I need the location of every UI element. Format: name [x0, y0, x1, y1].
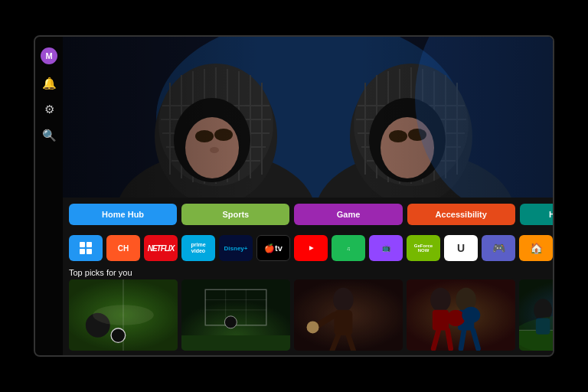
app-disney-plus[interactable]: Disney+ — [219, 235, 253, 261]
thumbnail-soccer-goal[interactable] — [181, 279, 290, 351]
svg-point-58 — [224, 316, 237, 328]
category-sports[interactable]: Sports — [181, 204, 289, 225]
sidebar: M 🔔 ⚙ 🔍 — [35, 37, 63, 355]
svg-rect-78 — [519, 279, 554, 351]
svg-rect-69 — [433, 310, 449, 331]
app-netflix[interactable]: NETFLIX — [144, 235, 178, 261]
top-picks-label: Top picks for you — [63, 265, 554, 279]
app-apple-tv[interactable]: 🍎tv — [256, 235, 290, 261]
svg-rect-79 — [519, 330, 554, 351]
app-twitch[interactable]: 📺 — [369, 235, 403, 261]
app-apps[interactable] — [69, 235, 103, 261]
svg-line-66 — [348, 335, 354, 351]
svg-point-50 — [111, 328, 126, 343]
svg-point-87 — [519, 315, 554, 351]
svg-rect-53 — [205, 289, 266, 325]
category-accessibility[interactable]: Accessibility — [407, 204, 515, 225]
category-home-office[interactable]: Home Office — [520, 204, 554, 225]
svg-line-77 — [473, 330, 479, 348]
thumbnail-handball[interactable] — [294, 279, 403, 351]
app-smart-home[interactable]: 🏠 — [519, 235, 553, 261]
svg-point-70 — [456, 288, 476, 312]
thumbnail-boxing[interactable] — [407, 279, 515, 351]
svg-line-75 — [448, 330, 451, 348]
thumbnails-row — [63, 279, 554, 355]
svg-point-68 — [430, 288, 451, 312]
hero-image — [63, 37, 554, 198]
svg-point-51 — [93, 305, 154, 325]
svg-point-73 — [462, 307, 480, 323]
app-u[interactable]: U — [444, 235, 478, 261]
app-geforce-now[interactable]: GeForceNOW — [407, 235, 440, 261]
bell-icon[interactable]: 🔔 — [42, 77, 57, 90]
app-prime-video[interactable]: primevideo — [181, 235, 215, 261]
apps-row: CH NETFLIX primevideo Disney+ 🍎tv ▶ ♫ 📺 … — [63, 231, 554, 265]
svg-line-63 — [318, 315, 334, 325]
svg-line-65 — [332, 335, 338, 351]
category-game[interactable]: Game — [294, 204, 402, 225]
svg-rect-82 — [536, 318, 550, 334]
avatar[interactable]: M — [41, 47, 57, 64]
thumbnail-soccer-kick[interactable] — [69, 279, 178, 351]
svg-line-76 — [461, 330, 464, 348]
hero-background — [63, 37, 554, 198]
svg-point-72 — [446, 310, 465, 326]
category-home-hub[interactable]: Home Hub — [69, 204, 177, 225]
svg-rect-46 — [63, 37, 554, 198]
svg-point-49 — [86, 313, 110, 338]
svg-line-74 — [433, 330, 439, 348]
svg-point-64 — [307, 321, 319, 333]
app-spotify[interactable]: ♫ — [332, 235, 365, 261]
svg-rect-59 — [181, 335, 290, 351]
hero-section — [63, 37, 554, 198]
svg-rect-62 — [334, 310, 352, 335]
svg-rect-47 — [69, 279, 178, 351]
svg-rect-52 — [181, 279, 290, 351]
main-content: Home Hub Sports Game Accessibility Home … — [63, 37, 554, 355]
svg-point-81 — [534, 299, 552, 321]
svg-rect-67 — [407, 279, 515, 351]
app-youtube[interactable]: ▶ — [294, 235, 328, 261]
app-bubble[interactable]: 🎮 — [482, 235, 515, 261]
svg-rect-71 — [458, 310, 474, 331]
search-icon[interactable]: 🔍 — [42, 129, 57, 142]
app-channels[interactable]: CH — [106, 235, 140, 261]
thumbnail-american-football[interactable] — [519, 279, 554, 351]
tv-frame: M 🔔 ⚙ 🔍 — [34, 35, 554, 357]
categories-row: Home Hub Sports Game Accessibility Home … — [63, 198, 554, 231]
settings-icon[interactable]: ⚙ — [44, 103, 54, 116]
svg-rect-60 — [294, 279, 403, 351]
svg-point-61 — [333, 288, 354, 312]
